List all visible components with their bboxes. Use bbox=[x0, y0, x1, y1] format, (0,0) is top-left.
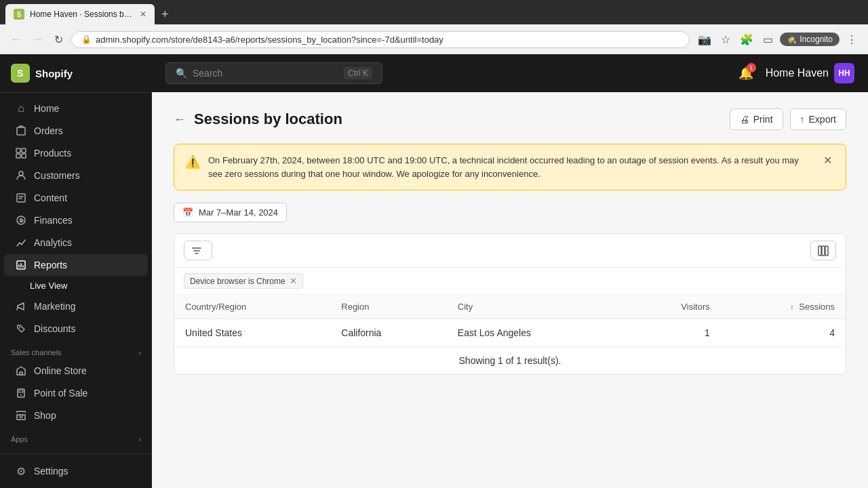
tab-close-button[interactable]: ✕ bbox=[140, 9, 146, 19]
table-toolbar bbox=[174, 234, 846, 268]
sidebar: S Shopify ⌂ Home Orders Products bbox=[0, 54, 152, 488]
sidebar-item-products[interactable]: Products bbox=[4, 142, 148, 164]
customers-icon bbox=[15, 169, 27, 182]
sidebar-item-label: Finances bbox=[34, 215, 73, 226]
col-header-country[interactable]: Country/Region bbox=[174, 295, 330, 319]
col-header-city[interactable]: City bbox=[447, 295, 626, 319]
export-label: Export bbox=[809, 114, 836, 125]
search-box[interactable]: 🔍 Search Ctrl K bbox=[165, 62, 382, 84]
new-tab-button[interactable]: + bbox=[157, 7, 173, 22]
search-icon: 🔍 bbox=[176, 68, 187, 79]
sidebar-sub-item-live-view[interactable]: Live View bbox=[0, 277, 152, 295]
sidebar-item-customers[interactable]: Customers bbox=[4, 165, 148, 186]
sidebar-item-home[interactable]: ⌂ Home bbox=[4, 98, 148, 119]
showing-text: Showing 1 of 1 result(s). bbox=[174, 347, 846, 375]
extensions-icon[interactable]: 🧩 bbox=[737, 30, 756, 49]
alert-close-button[interactable]: ✕ bbox=[821, 154, 835, 167]
sidebar-item-label: Content bbox=[34, 192, 67, 203]
svg-text:S: S bbox=[17, 11, 22, 18]
svg-rect-4 bbox=[22, 148, 26, 152]
data-table: Country/Region Region City Visitors bbox=[174, 295, 846, 374]
shopify-logo[interactable]: S Shopify bbox=[11, 64, 73, 83]
date-range-button[interactable]: 📅 Mar 7–Mar 14, 2024 bbox=[174, 203, 287, 222]
sidebar-item-settings[interactable]: ⚙ Settings bbox=[4, 460, 148, 482]
store-menu[interactable]: Home Haven HH bbox=[766, 63, 854, 83]
shopify-logo-text: Shopify bbox=[35, 68, 73, 79]
expand-icon[interactable]: › bbox=[138, 348, 141, 357]
sidebar-item-marketing[interactable]: Marketing bbox=[4, 296, 148, 317]
tab-title: Home Haven · Sessions by loca bbox=[30, 9, 134, 19]
svg-point-11 bbox=[19, 327, 20, 328]
browser-toolbar: ← → ↻ 🔒 admin.shopify.com/store/de8143-a… bbox=[0, 24, 868, 54]
table-card: Device browser is Chrome ✕ Country/Regio… bbox=[174, 233, 846, 375]
apps-expand-icon[interactable]: › bbox=[138, 435, 141, 443]
sales-channels-label: Sales channels bbox=[11, 348, 62, 357]
sidebar-toggle-icon[interactable]: ▭ bbox=[760, 30, 776, 49]
forward-button[interactable]: → bbox=[30, 30, 46, 48]
reload-button[interactable]: ↻ bbox=[52, 30, 66, 49]
filter-tags: Device browser is Chrome ✕ bbox=[174, 268, 846, 295]
lock-icon: 🔒 bbox=[81, 35, 92, 44]
address-bar[interactable]: 🔒 admin.shopify.com/store/de8143-a6/repo… bbox=[71, 31, 690, 48]
bookmark-icon[interactable]: ☆ bbox=[718, 30, 733, 49]
header-actions: 🖨 Print ↑ Export bbox=[730, 108, 846, 130]
page-title-row: ← Sessions by location bbox=[174, 110, 342, 128]
active-tab[interactable]: S Home Haven · Sessions by loca ✕ bbox=[5, 4, 155, 24]
toolbar-icons: 📷 ☆ 🧩 ▭ 🕵 Incognito ⋮ bbox=[695, 30, 860, 49]
shopify-logo-icon: S bbox=[11, 64, 30, 83]
sidebar-item-shop[interactable]: Shop bbox=[4, 405, 148, 426]
store-avatar: HH bbox=[834, 63, 854, 83]
app: S Shopify ⌂ Home Orders Products bbox=[0, 54, 868, 488]
table-head: Country/Region Region City Visitors bbox=[174, 295, 846, 319]
cell-region: California bbox=[330, 319, 447, 347]
table-body: United States California East Los Angele… bbox=[174, 319, 846, 375]
svg-rect-8 bbox=[17, 194, 25, 202]
page-title: Sessions by location bbox=[194, 110, 342, 128]
print-button[interactable]: 🖨 Print bbox=[730, 108, 783, 130]
filter-tag-remove-button[interactable]: ✕ bbox=[290, 276, 297, 286]
orders-icon bbox=[15, 125, 27, 137]
svg-rect-5 bbox=[16, 154, 20, 158]
notifications-bell[interactable]: 🔔 1 bbox=[734, 62, 757, 85]
cell-city: East Los Angeles bbox=[447, 319, 626, 347]
incognito-icon: 🕵 bbox=[787, 35, 797, 44]
sidebar-item-content[interactable]: Content bbox=[4, 187, 148, 209]
sidebar-sub-item-label: Live View bbox=[30, 281, 67, 291]
main-content: 🔍 Search Ctrl K 🔔 1 Home Haven HH ← Sess… bbox=[152, 54, 868, 488]
sidebar-item-point-of-sale[interactable]: Point of Sale bbox=[4, 382, 148, 404]
filter-button[interactable] bbox=[184, 241, 212, 260]
sidebar-item-label: Shop bbox=[34, 410, 56, 421]
sidebar-item-label: Settings bbox=[34, 466, 68, 476]
export-button[interactable]: ↑ Export bbox=[790, 108, 846, 130]
svg-rect-17 bbox=[822, 246, 825, 256]
incognito-button[interactable]: 🕵 Incognito bbox=[780, 33, 840, 46]
table-footer-row: Showing 1 of 1 result(s). bbox=[174, 347, 846, 375]
svg-rect-16 bbox=[818, 246, 821, 256]
content-icon bbox=[15, 192, 27, 204]
sidebar-item-reports[interactable]: Reports bbox=[4, 254, 148, 276]
print-icon: 🖨 bbox=[740, 114, 749, 125]
sidebar-item-analytics[interactable]: Analytics bbox=[4, 232, 148, 253]
tab-bar: S Home Haven · Sessions by loca ✕ + bbox=[0, 0, 868, 24]
store-name: Home Haven bbox=[766, 67, 829, 79]
tab-favicon: S bbox=[14, 9, 24, 20]
col-header-visitors[interactable]: Visitors bbox=[626, 295, 721, 319]
back-button[interactable]: ← bbox=[8, 30, 24, 48]
sidebar-item-label: Online Store bbox=[34, 365, 87, 376]
col-header-sessions[interactable]: ↑ Sessions bbox=[721, 295, 846, 319]
back-button[interactable]: ← bbox=[174, 113, 186, 127]
sidebar-item-orders[interactable]: Orders bbox=[4, 120, 148, 142]
col-header-region[interactable]: Region bbox=[330, 295, 447, 319]
sidebar-item-discounts[interactable]: Discounts bbox=[4, 318, 148, 340]
topbar: 🔍 Search Ctrl K 🔔 1 Home Haven HH bbox=[152, 54, 868, 92]
sidebar-item-label: Point of Sale bbox=[34, 388, 87, 399]
sidebar-item-label: Orders bbox=[34, 125, 63, 136]
sidebar-item-finances[interactable]: Finances bbox=[4, 209, 148, 231]
menu-icon[interactable]: ⋮ bbox=[844, 30, 860, 49]
sidebar-item-online-store[interactable]: Online Store bbox=[4, 360, 148, 382]
sidebar-item-label: Discounts bbox=[34, 323, 75, 334]
filter-tag-browser: Device browser is Chrome ✕ bbox=[184, 273, 303, 289]
svg-point-7 bbox=[19, 171, 23, 176]
columns-button[interactable] bbox=[810, 241, 836, 260]
camera-icon[interactable]: 📷 bbox=[695, 30, 714, 49]
